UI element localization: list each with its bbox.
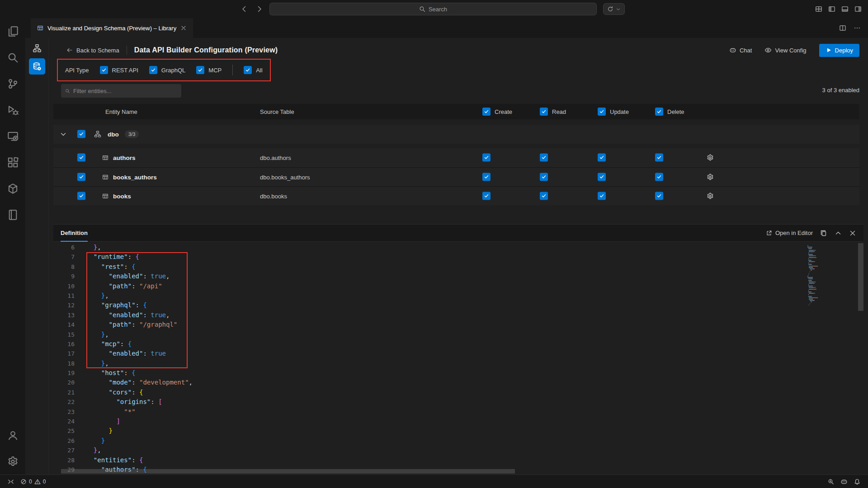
code-line: 23 "*" xyxy=(53,407,863,417)
code-line: 15 }, xyxy=(53,330,863,339)
definition-actions: Open in Editor xyxy=(766,230,856,237)
search-placeholder: Search xyxy=(429,6,447,13)
table-row-books-authors[interactable]: books_authorsdbo.books_authors xyxy=(53,167,859,186)
activity-remote-explorer-icon[interactable] xyxy=(0,123,25,149)
dab-config-icon[interactable] xyxy=(29,58,45,75)
session-dropdown-button[interactable] xyxy=(603,3,625,15)
schema-icon xyxy=(94,131,101,138)
activity-source-control-icon[interactable] xyxy=(0,70,25,97)
activity-account-icon[interactable] xyxy=(0,422,25,448)
table-row-books[interactable]: booksdbo.books xyxy=(53,186,859,205)
layout-controls xyxy=(815,0,862,18)
history-back-button[interactable] xyxy=(241,5,248,13)
history-forward-button[interactable] xyxy=(256,5,263,13)
row-settings-gear-icon[interactable] xyxy=(707,174,714,181)
api-type-graphql[interactable]: GraphQL xyxy=(149,66,185,74)
checkbox-col-read[interactable] xyxy=(540,108,548,116)
definition-tab[interactable]: Definition xyxy=(61,225,88,241)
ellipsis-icon[interactable] xyxy=(854,24,861,32)
entity-name: books_authors xyxy=(113,174,157,180)
horizontal-scrollbar[interactable] xyxy=(61,469,515,474)
code-editor[interactable]: 6 },7 "runtime": {8 "rest": {9 "enabled"… xyxy=(53,242,863,474)
api-type-rest-api[interactable]: REST API xyxy=(100,66,138,74)
code-line: 17 "enabled": true xyxy=(53,349,863,358)
update-checkbox[interactable] xyxy=(598,154,606,162)
code-line: 18 }, xyxy=(53,359,863,368)
checkbox-rest-api[interactable] xyxy=(100,66,108,74)
create-checkbox[interactable] xyxy=(482,173,491,181)
open-in-editor-button[interactable]: Open in Editor xyxy=(766,230,813,236)
checkbox-col-delete[interactable] xyxy=(655,108,663,116)
create-checkbox[interactable] xyxy=(482,192,491,200)
activity-settings-gear-icon[interactable] xyxy=(0,448,25,474)
layout-sidebar-left-icon[interactable] xyxy=(828,5,835,13)
group-checkbox[interactable] xyxy=(77,130,85,138)
layout-panel-icon[interactable] xyxy=(841,5,849,13)
view-config-label: View Config xyxy=(775,47,806,54)
api-type-all[interactable]: All xyxy=(244,66,262,74)
read-checkbox[interactable] xyxy=(540,192,548,200)
command-center-search[interactable]: Search xyxy=(269,3,597,15)
table-row-authors[interactable]: authorsdbo.authors xyxy=(53,148,859,167)
table-header: Entity Name Source Table CreateReadUpdat… xyxy=(53,104,859,119)
checkbox-all[interactable] xyxy=(244,66,252,74)
update-checkbox[interactable] xyxy=(598,192,606,200)
activity-database-projects-icon[interactable] xyxy=(0,175,25,202)
activity-data-workspace-icon[interactable] xyxy=(0,202,25,228)
checkbox-col-create[interactable] xyxy=(482,108,491,116)
open-in-editor-label: Open in Editor xyxy=(775,230,813,236)
read-checkbox[interactable] xyxy=(540,154,548,162)
problems-indicator[interactable]: 0 0 xyxy=(17,475,49,488)
zoom-indicator[interactable] xyxy=(825,479,837,485)
row-select-checkbox[interactable] xyxy=(77,192,85,200)
chat-button[interactable]: Chat xyxy=(729,47,752,54)
close-panel-icon[interactable] xyxy=(849,230,856,237)
row-select-checkbox[interactable] xyxy=(77,173,85,181)
tab-visualize-schema[interactable]: Visualize and Design Schema (Preview) – … xyxy=(31,18,193,38)
vertical-scrollbar[interactable] xyxy=(858,243,863,311)
create-checkbox[interactable] xyxy=(482,154,491,162)
row-select-checkbox[interactable] xyxy=(77,154,85,162)
chevron-down-icon[interactable] xyxy=(60,131,67,138)
zoom-icon xyxy=(828,479,834,485)
activity-search-icon[interactable] xyxy=(0,44,25,70)
layout-sidebar-right-icon[interactable] xyxy=(854,5,862,13)
checkbox-graphql[interactable] xyxy=(149,66,157,74)
split-editor-icon[interactable] xyxy=(839,24,846,32)
update-checkbox[interactable] xyxy=(598,173,606,181)
row-settings-gear-icon[interactable] xyxy=(707,154,714,161)
code-line: 25 } xyxy=(53,426,863,436)
activity-explorer-icon[interactable] xyxy=(0,18,25,44)
code-line: 24 ] xyxy=(53,417,863,426)
collapse-panel-icon[interactable] xyxy=(835,230,842,237)
back-to-schema-button[interactable]: Back to Schema xyxy=(66,47,119,54)
checkbox-mcp[interactable] xyxy=(196,66,204,74)
delete-checkbox[interactable] xyxy=(655,192,663,200)
notifications-bell[interactable] xyxy=(851,479,863,485)
code-lines: 6 },7 "runtime": {8 "rest": {9 "enabled"… xyxy=(53,243,863,474)
copy-icon[interactable] xyxy=(820,230,827,237)
delete-checkbox[interactable] xyxy=(655,173,663,181)
checkbox-col-update[interactable] xyxy=(598,108,606,116)
code-line: 7 "runtime": { xyxy=(53,252,863,262)
code-line: 6 }, xyxy=(53,243,863,252)
activity-extensions-icon[interactable] xyxy=(0,149,25,175)
remote-indicator[interactable] xyxy=(5,475,17,488)
delete-checkbox[interactable] xyxy=(655,154,663,162)
view-config-button[interactable]: View Config xyxy=(764,47,806,54)
close-tab-icon[interactable] xyxy=(180,25,187,31)
code-line: 16 "mcp": { xyxy=(53,339,863,349)
schema-designer-icon[interactable] xyxy=(29,40,45,56)
deploy-button[interactable]: Deploy xyxy=(819,44,859,57)
group-row-dbo[interactable]: dbo3/3 xyxy=(53,125,859,144)
copilot-status[interactable] xyxy=(837,478,851,485)
read-checkbox[interactable] xyxy=(540,173,548,181)
error-icon xyxy=(20,479,27,485)
layout-grid-icon[interactable] xyxy=(815,5,822,13)
activity-run-debug-icon[interactable] xyxy=(0,97,25,123)
filter-entities-input[interactable] xyxy=(73,88,177,94)
minimap[interactable] xyxy=(807,245,854,306)
api-type-section: API Type REST APIGraphQLMCPAll xyxy=(57,59,271,81)
row-settings-gear-icon[interactable] xyxy=(707,192,714,200)
api-type-mcp[interactable]: MCP xyxy=(196,66,222,74)
